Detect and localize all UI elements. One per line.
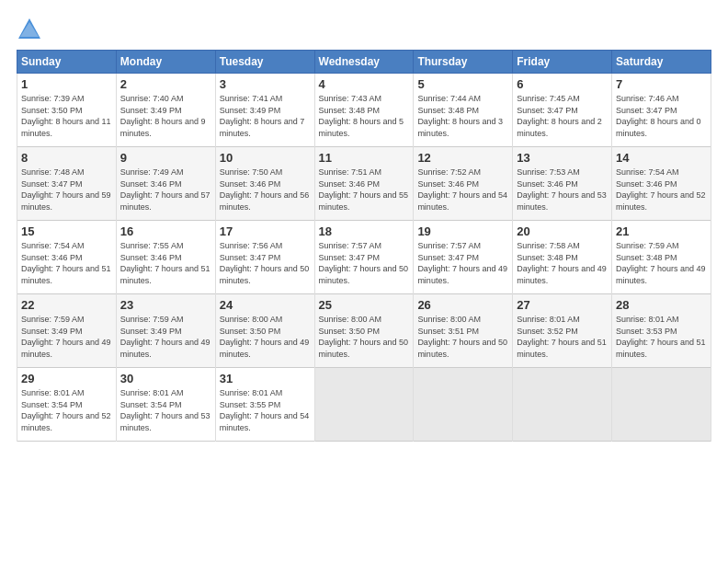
- day-info: Sunrise: 7:54 AMSunset: 3:46 PMDaylight:…: [616, 167, 706, 212]
- day-number: 29: [21, 372, 112, 385]
- day-info: Sunrise: 7:41 AMSunset: 3:49 PMDaylight:…: [220, 94, 305, 138]
- calendar-cell: [414, 368, 513, 442]
- calendar-cell: 30Sunrise: 8:01 AMSunset: 3:54 PMDayligh…: [116, 368, 215, 442]
- week-row-2: 8Sunrise: 7:48 AMSunset: 3:47 PMDaylight…: [17, 147, 711, 221]
- day-info: Sunrise: 7:59 AMSunset: 3:49 PMDaylight:…: [21, 315, 111, 359]
- day-info: Sunrise: 8:00 AMSunset: 3:51 PMDaylight:…: [417, 315, 507, 359]
- day-info: Sunrise: 8:01 AMSunset: 3:54 PMDaylight:…: [21, 388, 111, 432]
- calendar-cell: 27Sunrise: 8:01 AMSunset: 3:52 PMDayligh…: [513, 294, 612, 368]
- calendar-cell: 19Sunrise: 7:57 AMSunset: 3:47 PMDayligh…: [414, 221, 513, 294]
- calendar-cell: 14Sunrise: 7:54 AMSunset: 3:46 PMDayligh…: [612, 147, 711, 221]
- calendar-cell: 22Sunrise: 7:59 AMSunset: 3:49 PMDayligh…: [17, 294, 117, 368]
- day-number: 4: [319, 77, 410, 91]
- day-number: 30: [120, 372, 211, 385]
- day-number: 9: [120, 151, 211, 165]
- calendar-cell: [314, 368, 414, 442]
- calendar-cell: 13Sunrise: 7:53 AMSunset: 3:46 PMDayligh…: [513, 147, 612, 221]
- day-info: Sunrise: 7:59 AMSunset: 3:49 PMDaylight:…: [120, 315, 210, 359]
- day-number: 26: [417, 298, 508, 312]
- day-number: 31: [220, 372, 311, 385]
- day-number: 25: [319, 298, 410, 312]
- day-number: 3: [220, 77, 311, 91]
- calendar-cell: 18Sunrise: 7:57 AMSunset: 3:47 PMDayligh…: [314, 221, 414, 294]
- week-row-4: 22Sunrise: 7:59 AMSunset: 3:49 PMDayligh…: [17, 294, 711, 368]
- week-row-1: 1Sunrise: 7:39 AMSunset: 3:50 PMDaylight…: [17, 74, 711, 147]
- calendar-cell: 24Sunrise: 8:00 AMSunset: 3:50 PMDayligh…: [215, 294, 314, 368]
- day-number: 14: [616, 151, 707, 165]
- calendar-cell: 26Sunrise: 8:00 AMSunset: 3:51 PMDayligh…: [414, 294, 513, 368]
- day-number: 19: [417, 224, 508, 238]
- day-info: Sunrise: 7:50 AMSunset: 3:46 PMDaylight:…: [220, 167, 310, 212]
- day-info: Sunrise: 7:59 AMSunset: 3:48 PMDaylight:…: [616, 241, 706, 285]
- day-info: Sunrise: 8:01 AMSunset: 3:55 PMDaylight:…: [220, 388, 310, 432]
- day-number: 22: [21, 298, 112, 312]
- day-info: Sunrise: 7:51 AMSunset: 3:46 PMDaylight:…: [319, 167, 409, 212]
- weekday-header-saturday: Saturday: [612, 51, 711, 74]
- calendar-cell: 4Sunrise: 7:43 AMSunset: 3:48 PMDaylight…: [314, 74, 414, 147]
- header: [17, 17, 711, 42]
- calendar-cell: 10Sunrise: 7:50 AMSunset: 3:46 PMDayligh…: [215, 147, 314, 221]
- calendar-cell: 15Sunrise: 7:54 AMSunset: 3:46 PMDayligh…: [17, 221, 117, 294]
- day-info: Sunrise: 8:00 AMSunset: 3:50 PMDaylight:…: [319, 315, 409, 359]
- calendar-cell: 8Sunrise: 7:48 AMSunset: 3:47 PMDaylight…: [17, 147, 117, 221]
- day-number: 1: [21, 77, 112, 91]
- day-info: Sunrise: 7:44 AMSunset: 3:48 PMDaylight:…: [417, 94, 503, 138]
- day-info: Sunrise: 7:52 AMSunset: 3:46 PMDaylight:…: [417, 167, 507, 212]
- day-number: 20: [517, 224, 608, 238]
- day-info: Sunrise: 8:01 AMSunset: 3:54 PMDaylight:…: [120, 388, 210, 432]
- day-info: Sunrise: 7:56 AMSunset: 3:47 PMDaylight:…: [220, 241, 310, 285]
- calendar-cell: 7Sunrise: 7:46 AMSunset: 3:47 PMDaylight…: [612, 74, 711, 147]
- day-info: Sunrise: 7:45 AMSunset: 3:47 PMDaylight:…: [517, 94, 602, 138]
- day-info: Sunrise: 7:55 AMSunset: 3:46 PMDaylight:…: [120, 241, 210, 285]
- calendar-cell: 29Sunrise: 8:01 AMSunset: 3:54 PMDayligh…: [17, 368, 117, 442]
- day-info: Sunrise: 7:43 AMSunset: 3:48 PMDaylight:…: [319, 94, 404, 138]
- day-info: Sunrise: 7:46 AMSunset: 3:47 PMDaylight:…: [616, 94, 701, 138]
- day-number: 7: [616, 77, 707, 91]
- calendar-cell: 17Sunrise: 7:56 AMSunset: 3:47 PMDayligh…: [215, 221, 314, 294]
- week-row-5: 29Sunrise: 8:01 AMSunset: 3:54 PMDayligh…: [17, 368, 711, 442]
- day-info: Sunrise: 8:01 AMSunset: 3:53 PMDaylight:…: [616, 315, 706, 359]
- calendar-body: 1Sunrise: 7:39 AMSunset: 3:50 PMDaylight…: [17, 74, 711, 442]
- calendar-header: SundayMondayTuesdayWednesdayThursdayFrid…: [17, 51, 711, 74]
- calendar-cell: 11Sunrise: 7:51 AMSunset: 3:46 PMDayligh…: [314, 147, 414, 221]
- day-info: Sunrise: 7:48 AMSunset: 3:47 PMDaylight:…: [21, 167, 111, 212]
- day-number: 10: [220, 151, 311, 165]
- calendar-cell: 5Sunrise: 7:44 AMSunset: 3:48 PMDaylight…: [414, 74, 513, 147]
- day-number: 11: [319, 151, 410, 165]
- calendar-table: SundayMondayTuesdayWednesdayThursdayFrid…: [17, 50, 711, 442]
- day-number: 12: [417, 151, 508, 165]
- weekday-header-tuesday: Tuesday: [215, 51, 314, 74]
- day-number: 27: [517, 298, 608, 312]
- weekday-header-thursday: Thursday: [414, 51, 513, 74]
- calendar-cell: [612, 368, 711, 442]
- week-row-3: 15Sunrise: 7:54 AMSunset: 3:46 PMDayligh…: [17, 221, 711, 294]
- day-info: Sunrise: 7:58 AMSunset: 3:48 PMDaylight:…: [517, 241, 607, 285]
- day-info: Sunrise: 7:40 AMSunset: 3:49 PMDaylight:…: [120, 94, 206, 138]
- weekday-row: SundayMondayTuesdayWednesdayThursdayFrid…: [17, 51, 711, 74]
- day-number: 24: [220, 298, 311, 312]
- calendar-cell: 9Sunrise: 7:49 AMSunset: 3:46 PMDaylight…: [116, 147, 215, 221]
- day-number: 28: [616, 298, 707, 312]
- calendar-cell: 21Sunrise: 7:59 AMSunset: 3:48 PMDayligh…: [612, 221, 711, 294]
- day-info: Sunrise: 7:49 AMSunset: 3:46 PMDaylight:…: [120, 167, 210, 212]
- day-number: 13: [517, 151, 608, 165]
- day-info: Sunrise: 7:57 AMSunset: 3:47 PMDaylight:…: [319, 241, 409, 285]
- day-number: 6: [517, 77, 608, 91]
- calendar-cell: 2Sunrise: 7:40 AMSunset: 3:49 PMDaylight…: [116, 74, 215, 147]
- day-number: 21: [616, 224, 707, 238]
- svg-marker-1: [20, 22, 39, 37]
- weekday-header-sunday: Sunday: [17, 51, 117, 74]
- calendar-cell: 3Sunrise: 7:41 AMSunset: 3:49 PMDaylight…: [215, 74, 314, 147]
- calendar-cell: 20Sunrise: 7:58 AMSunset: 3:48 PMDayligh…: [513, 221, 612, 294]
- day-number: 23: [120, 298, 211, 312]
- day-number: 2: [120, 77, 211, 91]
- day-info: Sunrise: 8:01 AMSunset: 3:52 PMDaylight:…: [517, 315, 607, 359]
- day-number: 15: [21, 224, 112, 238]
- calendar-cell: 31Sunrise: 8:01 AMSunset: 3:55 PMDayligh…: [215, 368, 314, 442]
- calendar-cell: 1Sunrise: 7:39 AMSunset: 3:50 PMDaylight…: [17, 74, 117, 147]
- calendar-cell: 25Sunrise: 8:00 AMSunset: 3:50 PMDayligh…: [314, 294, 414, 368]
- weekday-header-monday: Monday: [116, 51, 215, 74]
- day-number: 16: [120, 224, 211, 238]
- day-info: Sunrise: 8:00 AMSunset: 3:50 PMDaylight:…: [220, 315, 310, 359]
- logo: [17, 17, 46, 42]
